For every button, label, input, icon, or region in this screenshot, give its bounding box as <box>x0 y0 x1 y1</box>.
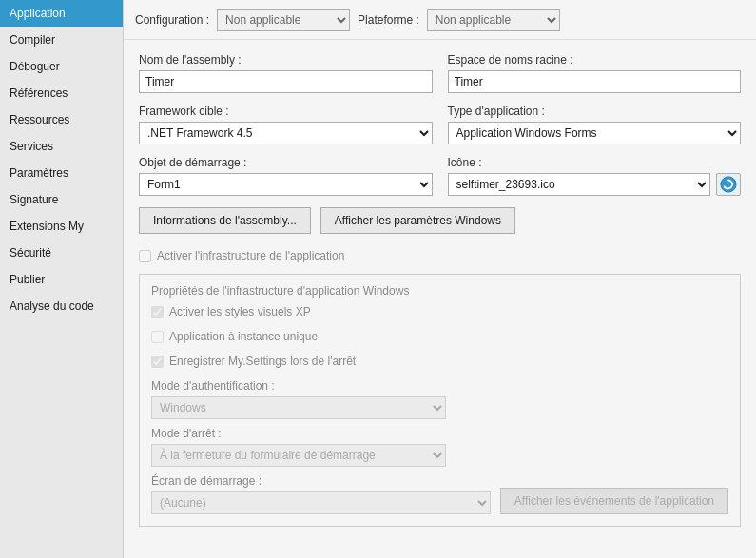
startup-group: Objet de démarrage : Form1 <box>139 156 433 196</box>
icon-select[interactable]: selftimer_23693.ico <box>448 173 711 196</box>
assembly-name-input[interactable] <box>139 70 433 93</box>
plateforme-select[interactable]: Non applicable <box>427 9 560 31</box>
sidebar-item-parametres[interactable]: Paramètres <box>0 160 123 186</box>
auth-mode-group: Mode d'authentification : Windows <box>151 379 446 419</box>
shutdown-label: Mode d'arrêt : <box>151 427 446 440</box>
my-settings-checkbox[interactable] <box>151 356 164 368</box>
icon-refresh-button[interactable] <box>716 173 741 196</box>
app-type-label: Type d'application : <box>448 105 742 118</box>
splash-row: Écran de démarrage : (Aucune) Afficher l… <box>151 474 728 514</box>
instance-unique-row: Application à instance unique <box>151 330 728 343</box>
sidebar-item-extensions[interactable]: Extensions My <box>0 213 123 240</box>
assembly-namespace-row: Nom de l'assembly : Espace de noms racin… <box>139 53 741 93</box>
startup-select[interactable]: Form1 <box>139 173 433 196</box>
sidebar-item-application[interactable]: Application <box>0 0 123 27</box>
sidebar-item-debogage[interactable]: Déboguer <box>0 53 123 80</box>
infra-checkbox[interactable] <box>139 250 151 262</box>
auth-mode-label: Mode d'authentification : <box>151 379 446 393</box>
infra-label: Activer l'infrastructure de l'applicatio… <box>157 249 344 262</box>
configuration-select[interactable]: Non applicable <box>217 9 350 31</box>
sidebar-item-signature[interactable]: Signature <box>0 186 123 213</box>
framework-apptype-row: Framework cible : .NET Framework 4.5 Typ… <box>139 105 741 144</box>
startup-icon-row: Objet de démarrage : Form1 Icône : selft… <box>139 156 741 196</box>
sidebar-item-references[interactable]: Références <box>0 80 123 106</box>
sidebar-item-ressources[interactable]: Ressources <box>0 106 123 133</box>
app-type-select[interactable]: Application Windows Forms <box>448 122 742 144</box>
my-settings-label: Enregistrer My.Settings lors de l'arrêt <box>169 355 356 368</box>
sidebar: Application Compiler Déboguer Références… <box>0 0 124 558</box>
group-title: Propriétés de l'infrastructure d'applica… <box>151 284 728 298</box>
icon-row: selftimer_23693.ico <box>448 173 742 196</box>
content-area: Nom de l'assembly : Espace de noms racin… <box>124 40 756 558</box>
framework-select[interactable]: .NET Framework 4.5 <box>139 122 433 144</box>
namespace-label: Espace de noms racine : <box>448 53 742 67</box>
app-type-group: Type d'application : Application Windows… <box>448 105 742 144</box>
events-button[interactable]: Afficher les événements de l'application <box>500 488 728 514</box>
sidebar-item-analyse[interactable]: Analyse du code <box>0 293 123 319</box>
icon-select-group: selftimer_23693.ico <box>448 173 711 196</box>
splash-group: Écran de démarrage : (Aucune) <box>151 474 491 514</box>
top-bar: Configuration : Non applicable Plateform… <box>124 0 756 40</box>
framework-label: Framework cible : <box>139 105 433 118</box>
svg-point-0 <box>721 177 736 192</box>
styles-xp-label: Activer les styles visuels XP <box>169 305 311 318</box>
sidebar-item-services[interactable]: Services <box>0 133 123 160</box>
icon-group: Icône : selftimer_23693.ico <box>448 156 742 196</box>
assembly-info-button[interactable]: Informations de l'assembly... <box>139 207 311 234</box>
windows-params-button[interactable]: Afficher les paramètres Windows <box>320 207 515 234</box>
startup-label: Objet de démarrage : <box>139 156 433 169</box>
styles-xp-row: Activer les styles visuels XP <box>151 305 728 318</box>
infra-checkbox-row: Activer l'infrastructure de l'applicatio… <box>139 249 741 262</box>
namespace-group: Espace de noms racine : <box>448 53 742 93</box>
sidebar-item-publier[interactable]: Publier <box>0 266 123 293</box>
windows-infra-group: Propriétés de l'infrastructure d'applica… <box>139 274 741 527</box>
namespace-input[interactable] <box>448 70 742 93</box>
splash-select[interactable]: (Aucune) <box>151 491 491 514</box>
plateforme-label: Plateforme : <box>358 13 419 27</box>
assembly-name-group: Nom de l'assembly : <box>139 53 433 93</box>
sidebar-item-compiler[interactable]: Compiler <box>0 27 123 53</box>
instance-unique-label: Application à instance unique <box>169 330 318 343</box>
configuration-label: Configuration : <box>135 13 209 27</box>
auth-mode-select[interactable]: Windows <box>151 396 446 419</box>
shutdown-mode-group: Mode d'arrêt : À la fermeture du formula… <box>151 427 446 467</box>
main-panel: Configuration : Non applicable Plateform… <box>124 0 756 558</box>
styles-xp-checkbox[interactable] <box>151 306 164 318</box>
splash-label: Écran de démarrage : <box>151 474 491 488</box>
sidebar-item-securite[interactable]: Sécurité <box>0 240 123 266</box>
instance-unique-checkbox[interactable] <box>151 331 164 343</box>
assembly-name-label: Nom de l'assembly : <box>139 53 433 67</box>
action-buttons-row: Informations de l'assembly... Afficher l… <box>139 207 741 234</box>
my-settings-row: Enregistrer My.Settings lors de l'arrêt <box>151 355 728 368</box>
framework-group: Framework cible : .NET Framework 4.5 <box>139 105 433 144</box>
shutdown-select[interactable]: À la fermeture du formulaire de démarrag… <box>151 444 446 467</box>
icon-label: Icône : <box>448 156 742 169</box>
